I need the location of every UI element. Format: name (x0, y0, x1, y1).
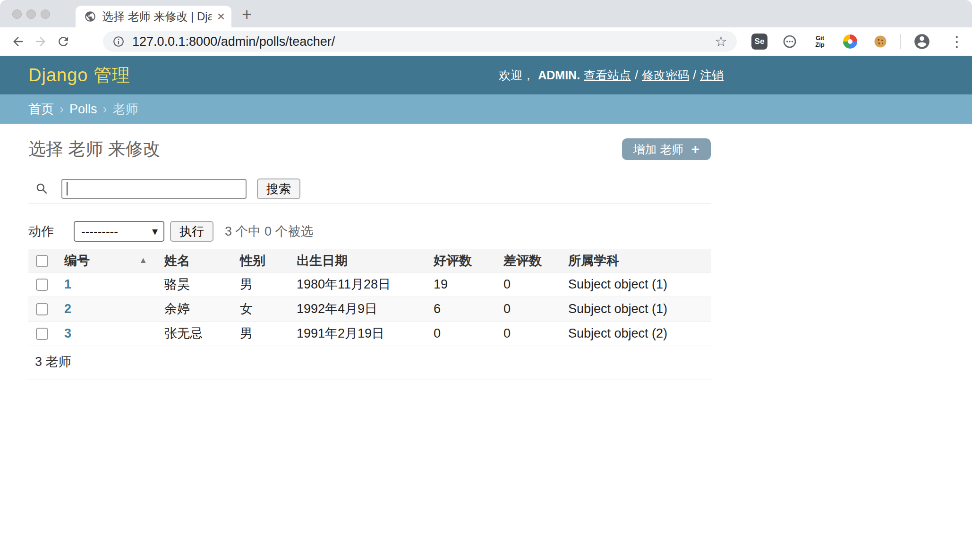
cookie-extension-button[interactable] (871, 31, 890, 52)
tab-title: 选择 老师 来修改 | Django 站点管理员 (102, 9, 212, 24)
result-table: 编号 ▲ 姓名 性别 出生日期 好评数 差评数 所属学科 1 骆昊 (28, 249, 711, 346)
browser-tab[interactable]: 选择 老师 来修改 | Django 站点管理员 × (76, 6, 231, 27)
cookie-icon (873, 34, 887, 49)
actions-label: 动作 (28, 223, 54, 240)
result-count: 3 老师 (28, 346, 711, 380)
column-header-birthdate[interactable]: 出生日期 (288, 249, 425, 272)
row-checkbox[interactable] (36, 279, 48, 291)
user-tools: 欢迎， ADMIN. 查看站点 / 修改密码 / 注销 (499, 56, 724, 94)
cell-bad: 0 (495, 321, 560, 346)
search-icon (35, 182, 49, 196)
cell-name: 张无忌 (156, 321, 231, 346)
cell-subject: Subject object (1) (560, 272, 711, 297)
cell-subject: Subject object (2) (560, 321, 711, 346)
browser-toolbar: 127.0.0.1:8000/admin/polls/teacher/ ☆ Se… (0, 27, 972, 56)
breadcrumb-current: 老师 (113, 101, 138, 118)
address-bar[interactable]: 127.0.0.1:8000/admin/polls/teacher/ ☆ (103, 31, 737, 52)
actions-row: 动作 --------- ▾ 执行 3 个中 0 个被选 (28, 221, 711, 242)
cell-good: 0 (425, 321, 495, 346)
tab-close-icon[interactable]: × (217, 10, 225, 23)
window-minimize-button[interactable] (26, 9, 36, 19)
window-zoom-button[interactable] (41, 9, 50, 19)
cell-gender: 男 (231, 272, 288, 297)
select-all-checkbox[interactable] (36, 255, 48, 267)
chevron-down-icon: ▾ (152, 225, 158, 238)
avatar-icon (913, 33, 931, 51)
page-info-icon[interactable] (112, 35, 125, 48)
row-id-link[interactable]: 1 (64, 277, 71, 291)
row-id-link[interactable]: 3 (64, 326, 71, 340)
cell-birthdate: 1980年11月28日 (288, 272, 425, 297)
change-password-link[interactable]: 修改密码 (642, 68, 689, 83)
search-submit-button[interactable]: 搜索 (257, 178, 300, 199)
breadcrumb-app-link[interactable]: Polls (69, 102, 97, 117)
cell-subject: Subject object (1) (560, 297, 711, 321)
column-header-id[interactable]: 编号 ▲ (56, 249, 156, 272)
selenium-extension-button[interactable]: Se (750, 31, 769, 52)
forward-button[interactable] (30, 31, 51, 52)
bookmark-star-icon[interactable]: ☆ (715, 34, 727, 49)
browser-menu-button[interactable]: ⋮ (947, 31, 966, 52)
cell-name: 余婷 (156, 297, 231, 321)
table-row: 1 骆昊 男 1980年11月28日 19 0 Subject object (… (28, 272, 711, 297)
column-header-good[interactable]: 好评数 (425, 249, 495, 272)
pinwheel-icon (843, 34, 857, 49)
toolbar-separator (900, 34, 901, 49)
cell-name: 骆昊 (156, 272, 231, 297)
cell-gender: 女 (231, 297, 288, 321)
cell-good: 19 (425, 272, 495, 297)
logout-link[interactable]: 注销 (700, 68, 724, 83)
breadcrumb-separator: › (60, 102, 64, 117)
breadcrumb-separator: › (103, 102, 107, 117)
column-header-gender[interactable]: 性别 (231, 249, 288, 272)
browser-window: 选择 老师 来修改 | Django 站点管理员 × + 127.0.0.1:8… (0, 0, 972, 560)
row-checkbox[interactable] (36, 303, 48, 315)
sort-ascending-icon[interactable]: ▲ (139, 255, 147, 265)
window-controls (12, 9, 50, 19)
cell-gender: 男 (231, 321, 288, 346)
row-checkbox[interactable] (36, 328, 48, 340)
row-id-link[interactable]: 2 (64, 302, 71, 316)
table-row: 3 张无忌 男 1991年2月19日 0 0 Subject object (2… (28, 321, 711, 346)
url-text: 127.0.0.1:8000/admin/polls/teacher/ (132, 34, 335, 49)
cell-birthdate: 1991年2月19日 (288, 321, 425, 346)
username-text: ADMIN. (538, 68, 580, 82)
back-button[interactable] (8, 31, 28, 52)
gitzip-extension-button[interactable]: Git Zip (810, 31, 829, 52)
action-select[interactable]: --------- ▾ (74, 221, 164, 242)
circle-dots-icon (782, 34, 797, 49)
cell-bad: 0 (495, 297, 560, 321)
column-header-name[interactable]: 姓名 (156, 249, 231, 272)
selenium-icon: Se (751, 34, 767, 50)
table-row: 2 余婷 女 1992年4月9日 6 0 Subject object (1) (28, 297, 711, 321)
globe-favicon-icon (84, 10, 96, 23)
search-input[interactable] (61, 179, 247, 199)
add-teacher-button[interactable]: 增加 老师 + (622, 138, 711, 160)
gitzip-icon: Git Zip (815, 35, 825, 49)
admin-header: Django 管理 欢迎， ADMIN. 查看站点 / 修改密码 / 注销 (0, 56, 972, 94)
go-button[interactable]: 执行 (170, 221, 213, 242)
search-toolbar: 搜索 (28, 174, 711, 204)
column-header-subject[interactable]: 所属学科 (560, 249, 711, 272)
cell-birthdate: 1992年4月9日 (288, 297, 425, 321)
extensions-area: Se Git Zip (750, 31, 890, 52)
plus-icon: + (691, 142, 699, 156)
table-header-row: 编号 ▲ 姓名 性别 出生日期 好评数 差评数 所属学科 (28, 249, 711, 272)
content: 选择 老师 来修改 增加 老师 + 搜索 动作 --------- ▾ 执行 (28, 138, 711, 380)
text-cursor (67, 182, 68, 195)
cell-bad: 0 (495, 272, 560, 297)
window-close-button[interactable] (12, 9, 22, 19)
reload-button[interactable] (53, 31, 74, 52)
welcome-text: 欢迎， (499, 68, 534, 83)
profile-avatar-button[interactable] (912, 31, 932, 52)
page-title: 选择 老师 来修改 (28, 137, 161, 161)
cell-good: 6 (425, 297, 495, 321)
branding-link[interactable]: Django 管理 (28, 63, 130, 87)
view-site-link[interactable]: 查看站点 (584, 68, 631, 83)
breadcrumb-home-link[interactable]: 首页 (28, 101, 54, 118)
breadcrumb: 首页 › Polls › 老师 (0, 94, 972, 124)
new-tab-button[interactable]: + (242, 5, 252, 25)
pinwheel-extension-button[interactable] (841, 31, 860, 52)
circle-extension-button[interactable] (780, 31, 799, 52)
column-header-bad[interactable]: 差评数 (495, 249, 560, 272)
